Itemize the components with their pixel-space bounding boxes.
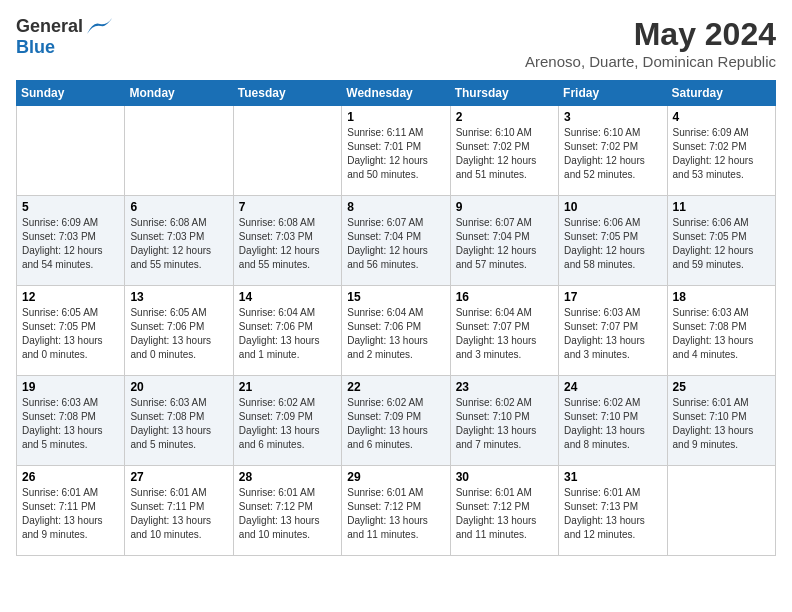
sunrise-text: Sunrise: 6:04 AM [456, 306, 553, 320]
sunrise-text: Sunrise: 6:07 AM [347, 216, 444, 230]
sunset-text: Sunset: 7:03 PM [22, 230, 119, 244]
sunrise-text: Sunrise: 6:01 AM [130, 486, 227, 500]
day-number: 14 [239, 290, 336, 304]
logo: General Blue [16, 16, 113, 58]
weekday-header-thursday: Thursday [450, 81, 558, 106]
sunrise-text: Sunrise: 6:04 AM [347, 306, 444, 320]
calendar-cell: 24Sunrise: 6:02 AMSunset: 7:10 PMDayligh… [559, 376, 667, 466]
day-info: Sunrise: 6:09 AMSunset: 7:03 PMDaylight:… [22, 216, 119, 272]
daylight-text: Daylight: 13 hours and 6 minutes. [239, 424, 336, 452]
day-info: Sunrise: 6:03 AMSunset: 7:07 PMDaylight:… [564, 306, 661, 362]
daylight-text: Daylight: 12 hours and 55 minutes. [239, 244, 336, 272]
daylight-text: Daylight: 12 hours and 53 minutes. [673, 154, 770, 182]
day-number: 19 [22, 380, 119, 394]
day-number: 20 [130, 380, 227, 394]
calendar-cell: 25Sunrise: 6:01 AMSunset: 7:10 PMDayligh… [667, 376, 775, 466]
day-number: 10 [564, 200, 661, 214]
sunset-text: Sunset: 7:12 PM [456, 500, 553, 514]
day-number: 3 [564, 110, 661, 124]
calendar-cell: 22Sunrise: 6:02 AMSunset: 7:09 PMDayligh… [342, 376, 450, 466]
day-info: Sunrise: 6:08 AMSunset: 7:03 PMDaylight:… [239, 216, 336, 272]
sunrise-text: Sunrise: 6:03 AM [564, 306, 661, 320]
sunrise-text: Sunrise: 6:01 AM [239, 486, 336, 500]
week-row-2: 5Sunrise: 6:09 AMSunset: 7:03 PMDaylight… [17, 196, 776, 286]
daylight-text: Daylight: 13 hours and 5 minutes. [130, 424, 227, 452]
weekday-header-wednesday: Wednesday [342, 81, 450, 106]
sunset-text: Sunset: 7:06 PM [347, 320, 444, 334]
day-info: Sunrise: 6:02 AMSunset: 7:10 PMDaylight:… [564, 396, 661, 452]
calendar-cell [17, 106, 125, 196]
calendar-cell: 17Sunrise: 6:03 AMSunset: 7:07 PMDayligh… [559, 286, 667, 376]
sunrise-text: Sunrise: 6:10 AM [456, 126, 553, 140]
sunset-text: Sunset: 7:09 PM [347, 410, 444, 424]
day-info: Sunrise: 6:03 AMSunset: 7:08 PMDaylight:… [130, 396, 227, 452]
daylight-text: Daylight: 13 hours and 11 minutes. [456, 514, 553, 542]
daylight-text: Daylight: 13 hours and 10 minutes. [239, 514, 336, 542]
calendar-cell: 5Sunrise: 6:09 AMSunset: 7:03 PMDaylight… [17, 196, 125, 286]
sunrise-text: Sunrise: 6:02 AM [564, 396, 661, 410]
day-number: 30 [456, 470, 553, 484]
sunset-text: Sunset: 7:13 PM [564, 500, 661, 514]
calendar-cell [667, 466, 775, 556]
day-info: Sunrise: 6:01 AMSunset: 7:12 PMDaylight:… [347, 486, 444, 542]
daylight-text: Daylight: 12 hours and 50 minutes. [347, 154, 444, 182]
calendar-cell: 7Sunrise: 6:08 AMSunset: 7:03 PMDaylight… [233, 196, 341, 286]
sunrise-text: Sunrise: 6:05 AM [130, 306, 227, 320]
calendar-cell: 9Sunrise: 6:07 AMSunset: 7:04 PMDaylight… [450, 196, 558, 286]
sunrise-text: Sunrise: 6:09 AM [673, 126, 770, 140]
calendar-cell: 29Sunrise: 6:01 AMSunset: 7:12 PMDayligh… [342, 466, 450, 556]
day-number: 28 [239, 470, 336, 484]
sunrise-text: Sunrise: 6:08 AM [130, 216, 227, 230]
day-info: Sunrise: 6:04 AMSunset: 7:07 PMDaylight:… [456, 306, 553, 362]
day-info: Sunrise: 6:07 AMSunset: 7:04 PMDaylight:… [456, 216, 553, 272]
calendar-cell [233, 106, 341, 196]
day-info: Sunrise: 6:01 AMSunset: 7:11 PMDaylight:… [22, 486, 119, 542]
sunset-text: Sunset: 7:01 PM [347, 140, 444, 154]
day-number: 21 [239, 380, 336, 394]
daylight-text: Daylight: 13 hours and 5 minutes. [22, 424, 119, 452]
sunset-text: Sunset: 7:10 PM [673, 410, 770, 424]
daylight-text: Daylight: 13 hours and 3 minutes. [564, 334, 661, 362]
day-number: 8 [347, 200, 444, 214]
sunrise-text: Sunrise: 6:02 AM [456, 396, 553, 410]
sunrise-text: Sunrise: 6:10 AM [564, 126, 661, 140]
day-number: 6 [130, 200, 227, 214]
week-row-4: 19Sunrise: 6:03 AMSunset: 7:08 PMDayligh… [17, 376, 776, 466]
day-number: 2 [456, 110, 553, 124]
daylight-text: Daylight: 13 hours and 4 minutes. [673, 334, 770, 362]
weekday-header-tuesday: Tuesday [233, 81, 341, 106]
sunrise-text: Sunrise: 6:01 AM [673, 396, 770, 410]
daylight-text: Daylight: 13 hours and 9 minutes. [22, 514, 119, 542]
sunset-text: Sunset: 7:02 PM [456, 140, 553, 154]
sunrise-text: Sunrise: 6:08 AM [239, 216, 336, 230]
day-info: Sunrise: 6:08 AMSunset: 7:03 PMDaylight:… [130, 216, 227, 272]
day-info: Sunrise: 6:10 AMSunset: 7:02 PMDaylight:… [456, 126, 553, 182]
calendar-cell: 19Sunrise: 6:03 AMSunset: 7:08 PMDayligh… [17, 376, 125, 466]
page-header: General Blue May 2024 Arenoso, Duarte, D… [16, 16, 776, 70]
logo-text: General [16, 16, 113, 38]
sunset-text: Sunset: 7:07 PM [564, 320, 661, 334]
calendar-cell: 18Sunrise: 6:03 AMSunset: 7:08 PMDayligh… [667, 286, 775, 376]
day-info: Sunrise: 6:04 AMSunset: 7:06 PMDaylight:… [347, 306, 444, 362]
day-info: Sunrise: 6:03 AMSunset: 7:08 PMDaylight:… [673, 306, 770, 362]
daylight-text: Daylight: 12 hours and 59 minutes. [673, 244, 770, 272]
day-info: Sunrise: 6:10 AMSunset: 7:02 PMDaylight:… [564, 126, 661, 182]
calendar-cell: 16Sunrise: 6:04 AMSunset: 7:07 PMDayligh… [450, 286, 558, 376]
weekday-header-monday: Monday [125, 81, 233, 106]
daylight-text: Daylight: 13 hours and 0 minutes. [22, 334, 119, 362]
calendar-cell: 4Sunrise: 6:09 AMSunset: 7:02 PMDaylight… [667, 106, 775, 196]
day-info: Sunrise: 6:01 AMSunset: 7:12 PMDaylight:… [239, 486, 336, 542]
calendar-cell: 8Sunrise: 6:07 AMSunset: 7:04 PMDaylight… [342, 196, 450, 286]
day-number: 24 [564, 380, 661, 394]
day-number: 31 [564, 470, 661, 484]
day-info: Sunrise: 6:09 AMSunset: 7:02 PMDaylight:… [673, 126, 770, 182]
sunrise-text: Sunrise: 6:11 AM [347, 126, 444, 140]
logo-blue: Blue [16, 38, 113, 58]
calendar-cell: 23Sunrise: 6:02 AMSunset: 7:10 PMDayligh… [450, 376, 558, 466]
daylight-text: Daylight: 13 hours and 6 minutes. [347, 424, 444, 452]
sunrise-text: Sunrise: 6:03 AM [673, 306, 770, 320]
day-number: 18 [673, 290, 770, 304]
sunset-text: Sunset: 7:07 PM [456, 320, 553, 334]
sunrise-text: Sunrise: 6:07 AM [456, 216, 553, 230]
calendar-cell: 13Sunrise: 6:05 AMSunset: 7:06 PMDayligh… [125, 286, 233, 376]
